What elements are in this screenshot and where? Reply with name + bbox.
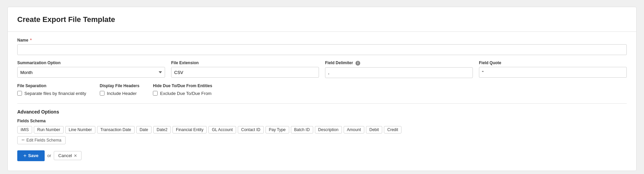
page-title: Create Export File Template [17, 15, 627, 24]
required-indicator: * [30, 38, 32, 43]
schema-tag: Contact ID [238, 126, 264, 133]
file-separation-title: File Separation [17, 83, 86, 88]
hide-due-title: Hide Due To/Due From Entities [153, 83, 212, 88]
checkboxes-row: File Separation Separate files by financ… [17, 83, 627, 96]
schema-tag: Pay Type [266, 126, 289, 133]
file-extension-label: File Extension [171, 60, 319, 65]
schema-tag: Debit [366, 126, 382, 133]
summarization-select[interactable]: None Month Quarter Year [17, 67, 165, 78]
include-header-checkbox-row: Include Header [100, 91, 139, 96]
schema-tag: Credit [384, 126, 401, 133]
fields-schema-tags: iMISRun NumberLine NumberTransaction Dat… [17, 126, 627, 133]
cancel-label: Cancel [58, 153, 72, 158]
fields-schema-label: Fields Schema [17, 119, 627, 123]
edit-fields-schema-button[interactable]: ✏ Edit Fields Schema [17, 136, 66, 144]
plus-icon: + [23, 153, 26, 159]
file-extension-input[interactable] [171, 67, 319, 78]
schema-tag: Date [136, 126, 152, 133]
include-header-checkbox[interactable] [100, 91, 105, 96]
name-group: Name * [17, 38, 627, 55]
schema-tag: Financial Entity [172, 126, 207, 133]
schema-tag: Transaction Date [97, 126, 135, 133]
schema-tag: Description [315, 126, 342, 133]
exclude-due-checkbox[interactable] [153, 91, 158, 96]
display-headers-group: Display File Headers Include Header [100, 83, 139, 96]
summarization-label: Summarization Option [17, 60, 165, 65]
summarization-group: Summarization Option None Month Quarter … [17, 60, 165, 78]
schema-tag: iMIS [17, 126, 32, 133]
include-header-label: Include Header [107, 91, 137, 96]
options-row: Summarization Option None Month Quarter … [17, 60, 627, 78]
create-export-form: Create Export File Template Name * Summa… [7, 7, 637, 171]
save-label: Save [28, 153, 38, 158]
or-text: or [47, 153, 51, 158]
exclude-due-label: Exclude Due To/Due From [160, 91, 211, 96]
advanced-options-section: Advanced Options Fields Schema iMISRun N… [17, 103, 627, 144]
field-quote-input[interactable] [479, 67, 627, 78]
field-quote-label: Field Quote [479, 60, 627, 65]
schema-tag: Batch ID [291, 126, 313, 133]
field-quote-group: Field Quote [479, 60, 627, 78]
exclude-due-checkbox-row: Exclude Due To/Due From [153, 91, 212, 96]
file-separation-label: Separate files by financial entity [24, 91, 86, 96]
pencil-icon: ✏ [22, 138, 25, 142]
schema-tag: Amount [344, 126, 364, 133]
file-separation-group: File Separation Separate files by financ… [17, 83, 86, 96]
save-button[interactable]: + Save [17, 150, 45, 161]
file-extension-group: File Extension [171, 60, 319, 78]
schema-tag: Line Number [65, 126, 95, 133]
hide-due-group: Hide Due To/Due From Entities Exclude Du… [153, 83, 212, 96]
divider [8, 31, 636, 32]
actions-row: + Save or Cancel ✕ [17, 150, 627, 161]
advanced-options-title: Advanced Options [17, 109, 627, 115]
display-headers-title: Display File Headers [100, 83, 139, 88]
file-separation-checkbox[interactable] [17, 91, 22, 96]
schema-tag: Run Number [34, 126, 64, 133]
field-delimiter-label: Field Delimiter i [325, 60, 473, 66]
edit-schema-label: Edit Fields Schema [26, 138, 61, 143]
field-delimiter-group: Field Delimiter i [325, 60, 473, 78]
name-label: Name * [17, 38, 627, 43]
info-icon: i [355, 61, 360, 66]
schema-tag: GL Account [208, 126, 236, 133]
field-delimiter-input[interactable] [325, 67, 473, 78]
name-input[interactable] [17, 44, 627, 55]
file-separation-checkbox-row: Separate files by financial entity [17, 91, 86, 96]
schema-tag: Date2 [153, 126, 171, 133]
close-icon: ✕ [74, 153, 77, 158]
cancel-button[interactable]: Cancel ✕ [54, 151, 81, 160]
